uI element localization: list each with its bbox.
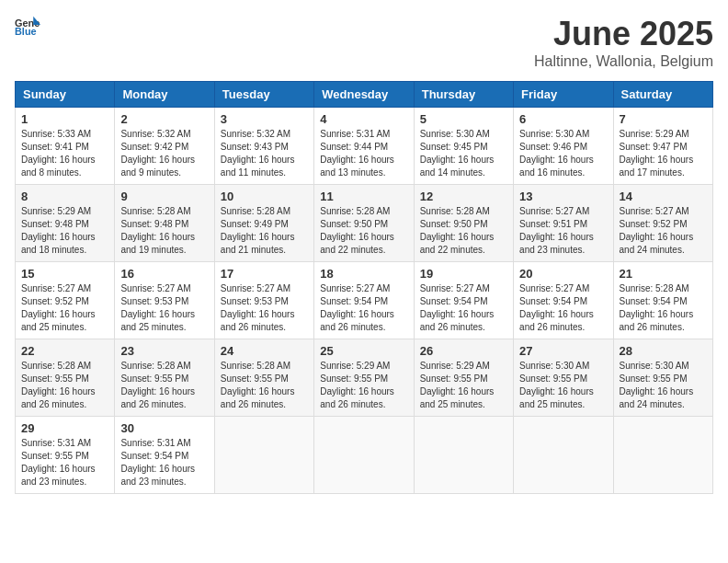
day-info: Sunrise: 5:30 AM Sunset: 9:46 PM Dayligh… bbox=[519, 129, 594, 178]
table-row bbox=[613, 417, 712, 494]
table-row: 19 Sunrise: 5:27 AM Sunset: 9:54 PM Dayl… bbox=[414, 262, 513, 339]
day-number: 20 bbox=[519, 267, 607, 281]
day-number: 24 bbox=[221, 344, 308, 358]
day-number: 28 bbox=[620, 344, 707, 358]
day-number: 4 bbox=[320, 112, 407, 126]
day-info: Sunrise: 5:28 AM Sunset: 9:50 PM Dayligh… bbox=[420, 206, 495, 255]
day-number: 29 bbox=[21, 421, 108, 435]
day-number: 6 bbox=[519, 112, 607, 126]
day-number: 15 bbox=[21, 267, 108, 281]
day-info: Sunrise: 5:27 AM Sunset: 9:54 PM Dayligh… bbox=[519, 283, 594, 332]
day-number: 27 bbox=[519, 344, 607, 358]
day-number: 1 bbox=[21, 112, 108, 126]
day-info: Sunrise: 5:28 AM Sunset: 9:54 PM Dayligh… bbox=[620, 283, 694, 332]
day-number: 22 bbox=[21, 344, 108, 358]
table-row: 29 Sunrise: 5:31 AM Sunset: 9:55 PM Dayl… bbox=[16, 417, 115, 494]
table-row bbox=[414, 417, 513, 494]
col-monday: Monday bbox=[115, 82, 214, 108]
table-row: 13 Sunrise: 5:27 AM Sunset: 9:51 PM Dayl… bbox=[514, 185, 613, 262]
table-row: 27 Sunrise: 5:30 AM Sunset: 9:55 PM Dayl… bbox=[514, 339, 613, 417]
table-row: 26 Sunrise: 5:29 AM Sunset: 9:55 PM Dayl… bbox=[414, 339, 513, 417]
day-number: 10 bbox=[221, 190, 308, 203]
day-number: 3 bbox=[221, 112, 308, 126]
table-row: 28 Sunrise: 5:30 AM Sunset: 9:55 PM Dayl… bbox=[613, 339, 712, 417]
day-info: Sunrise: 5:30 AM Sunset: 9:55 PM Dayligh… bbox=[620, 361, 694, 409]
table-row: 24 Sunrise: 5:28 AM Sunset: 9:55 PM Dayl… bbox=[214, 339, 313, 417]
table-row bbox=[314, 417, 414, 494]
day-number: 8 bbox=[21, 190, 108, 203]
table-row: 7 Sunrise: 5:29 AM Sunset: 9:47 PM Dayli… bbox=[613, 108, 712, 185]
day-info: Sunrise: 5:27 AM Sunset: 9:52 PM Dayligh… bbox=[620, 206, 694, 255]
table-row: 1 Sunrise: 5:33 AM Sunset: 9:41 PM Dayli… bbox=[16, 108, 115, 185]
table-row: 9 Sunrise: 5:28 AM Sunset: 9:48 PM Dayli… bbox=[115, 185, 214, 262]
calendar-header-row: Sunday Monday Tuesday Wednesday Thursday… bbox=[16, 82, 713, 108]
day-info: Sunrise: 5:28 AM Sunset: 9:55 PM Dayligh… bbox=[120, 361, 195, 409]
table-row bbox=[214, 417, 313, 494]
day-info: Sunrise: 5:30 AM Sunset: 9:55 PM Dayligh… bbox=[519, 361, 594, 409]
table-row bbox=[514, 417, 613, 494]
day-number: 18 bbox=[320, 267, 407, 281]
table-row: 3 Sunrise: 5:32 AM Sunset: 9:43 PM Dayli… bbox=[214, 108, 313, 185]
table-row: 16 Sunrise: 5:27 AM Sunset: 9:53 PM Dayl… bbox=[115, 262, 214, 339]
day-number: 30 bbox=[120, 421, 208, 435]
day-info: Sunrise: 5:31 AM Sunset: 9:55 PM Dayligh… bbox=[21, 438, 96, 487]
col-thursday: Thursday bbox=[414, 82, 513, 108]
svg-text:Blue: Blue bbox=[15, 26, 37, 35]
day-number: 16 bbox=[120, 267, 208, 281]
day-info: Sunrise: 5:27 AM Sunset: 9:54 PM Dayligh… bbox=[420, 283, 495, 332]
day-number: 13 bbox=[519, 190, 607, 203]
calendar-week-row: 29 Sunrise: 5:31 AM Sunset: 9:55 PM Dayl… bbox=[16, 417, 713, 494]
day-number: 14 bbox=[620, 190, 707, 203]
day-info: Sunrise: 5:28 AM Sunset: 9:55 PM Dayligh… bbox=[21, 361, 96, 409]
title-location: Haltinne, Wallonia, Belgium bbox=[534, 53, 713, 70]
calendar-week-row: 15 Sunrise: 5:27 AM Sunset: 9:52 PM Dayl… bbox=[16, 262, 713, 339]
table-row: 20 Sunrise: 5:27 AM Sunset: 9:54 PM Dayl… bbox=[514, 262, 613, 339]
title-month: June 2025 bbox=[534, 15, 713, 53]
day-info: Sunrise: 5:27 AM Sunset: 9:53 PM Dayligh… bbox=[221, 283, 295, 332]
table-row: 8 Sunrise: 5:29 AM Sunset: 9:48 PM Dayli… bbox=[16, 185, 115, 262]
table-row: 5 Sunrise: 5:30 AM Sunset: 9:45 PM Dayli… bbox=[414, 108, 513, 185]
day-number: 2 bbox=[120, 112, 208, 126]
table-row: 18 Sunrise: 5:27 AM Sunset: 9:54 PM Dayl… bbox=[314, 262, 414, 339]
table-row: 25 Sunrise: 5:29 AM Sunset: 9:55 PM Dayl… bbox=[314, 339, 414, 417]
day-number: 23 bbox=[120, 344, 208, 358]
table-row: 12 Sunrise: 5:28 AM Sunset: 9:50 PM Dayl… bbox=[414, 185, 513, 262]
day-info: Sunrise: 5:27 AM Sunset: 9:53 PM Dayligh… bbox=[120, 283, 195, 332]
day-info: Sunrise: 5:32 AM Sunset: 9:42 PM Dayligh… bbox=[120, 129, 195, 178]
table-row: 10 Sunrise: 5:28 AM Sunset: 9:49 PM Dayl… bbox=[214, 185, 313, 262]
day-info: Sunrise: 5:29 AM Sunset: 9:48 PM Dayligh… bbox=[21, 206, 96, 255]
day-info: Sunrise: 5:28 AM Sunset: 9:49 PM Dayligh… bbox=[221, 206, 295, 255]
calendar-week-row: 22 Sunrise: 5:28 AM Sunset: 9:55 PM Dayl… bbox=[16, 339, 713, 417]
table-row: 23 Sunrise: 5:28 AM Sunset: 9:55 PM Dayl… bbox=[115, 339, 214, 417]
col-saturday: Saturday bbox=[613, 82, 712, 108]
table-row: 15 Sunrise: 5:27 AM Sunset: 9:52 PM Dayl… bbox=[16, 262, 115, 339]
col-sunday: Sunday bbox=[16, 82, 115, 108]
calendar-week-row: 1 Sunrise: 5:33 AM Sunset: 9:41 PM Dayli… bbox=[16, 108, 713, 185]
day-number: 9 bbox=[120, 190, 208, 203]
day-info: Sunrise: 5:29 AM Sunset: 9:55 PM Dayligh… bbox=[320, 361, 394, 409]
logo: General Blue bbox=[15, 15, 40, 35]
day-number: 19 bbox=[420, 267, 507, 281]
day-info: Sunrise: 5:29 AM Sunset: 9:47 PM Dayligh… bbox=[620, 129, 694, 178]
table-row: 30 Sunrise: 5:31 AM Sunset: 9:54 PM Dayl… bbox=[115, 417, 214, 494]
table-row: 22 Sunrise: 5:28 AM Sunset: 9:55 PM Dayl… bbox=[16, 339, 115, 417]
day-number: 11 bbox=[320, 190, 407, 203]
day-number: 17 bbox=[221, 267, 308, 281]
table-row: 21 Sunrise: 5:28 AM Sunset: 9:54 PM Dayl… bbox=[613, 262, 712, 339]
table-row: 17 Sunrise: 5:27 AM Sunset: 9:53 PM Dayl… bbox=[214, 262, 313, 339]
day-info: Sunrise: 5:32 AM Sunset: 9:43 PM Dayligh… bbox=[221, 129, 295, 178]
calendar-table: Sunday Monday Tuesday Wednesday Thursday… bbox=[15, 81, 713, 494]
day-info: Sunrise: 5:27 AM Sunset: 9:54 PM Dayligh… bbox=[320, 283, 394, 332]
calendar-week-row: 8 Sunrise: 5:29 AM Sunset: 9:48 PM Dayli… bbox=[16, 185, 713, 262]
table-row: 4 Sunrise: 5:31 AM Sunset: 9:44 PM Dayli… bbox=[314, 108, 414, 185]
day-number: 26 bbox=[420, 344, 507, 358]
day-info: Sunrise: 5:28 AM Sunset: 9:48 PM Dayligh… bbox=[120, 206, 195, 255]
table-row: 11 Sunrise: 5:28 AM Sunset: 9:50 PM Dayl… bbox=[314, 185, 414, 262]
table-row: 14 Sunrise: 5:27 AM Sunset: 9:52 PM Dayl… bbox=[613, 185, 712, 262]
col-wednesday: Wednesday bbox=[314, 82, 414, 108]
day-number: 25 bbox=[320, 344, 407, 358]
table-row: 2 Sunrise: 5:32 AM Sunset: 9:42 PM Dayli… bbox=[115, 108, 214, 185]
day-info: Sunrise: 5:30 AM Sunset: 9:45 PM Dayligh… bbox=[420, 129, 495, 178]
header: General Blue June 2025 Haltinne, Walloni… bbox=[15, 15, 713, 70]
day-info: Sunrise: 5:33 AM Sunset: 9:41 PM Dayligh… bbox=[21, 129, 96, 178]
